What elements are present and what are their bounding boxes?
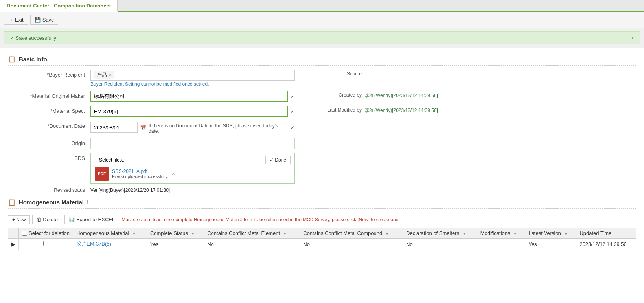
buyer-recipient-row: *Buyer Recipient 产品 × Buyer Recipient Se… [12, 70, 632, 87]
homogeneous-header: 📋 Homogeneous Material ℹ [8, 198, 636, 206]
last-modified-value: 李红(Wendy)[2023/12/12 14:39:56] [365, 107, 438, 114]
material-maker-check-icon: ✓ [290, 93, 295, 99]
origin-input[interactable] [90, 138, 295, 149]
save-button[interactable]: 💾 Save [30, 15, 59, 25]
material-spec-check-icon: ✓ [290, 108, 295, 114]
hm-new-button[interactable]: + New [8, 215, 30, 224]
homogeneous-divider [8, 208, 636, 209]
source-row: Source [311, 71, 468, 77]
th-conflict-metal: Contains Conflict Metal Element ▼ [204, 228, 300, 239]
toolbar: → Exit 💾 Save [0, 12, 644, 28]
conflict-metal-filter-icon[interactable]: ▼ [283, 231, 287, 236]
basic-info-title: Basic Info. [19, 56, 49, 62]
basic-info-icon: 📋 [8, 55, 16, 63]
modifications-filter-icon[interactable]: ▼ [513, 231, 517, 236]
homogeneous-icon: 📋 [8, 198, 16, 206]
buyer-recipient-hint: Buyer Recipient Setting cannot be modifi… [90, 81, 295, 87]
right-info-modified: Last Modified by 李红(Wendy)[2023/12/12 14… [311, 106, 468, 114]
latest-version-filter-icon[interactable]: ▼ [564, 231, 568, 236]
th-updated-time: Updated Time [576, 228, 636, 239]
declaration-smelters-filter-icon[interactable]: ▼ [462, 231, 466, 236]
material-maker-field: ✓ [90, 91, 295, 102]
th-complete-status: Complete Status ▼ [147, 228, 204, 239]
th-expand [8, 228, 19, 239]
sds-filename[interactable]: SDS-2021_A.pdf [112, 169, 168, 174]
hm-name-filter-icon[interactable]: ▼ [132, 231, 136, 236]
hm-delete-button[interactable]: 🗑 Delete [32, 215, 62, 224]
buyer-recipient-field: 产品 × Buyer Recipient Setting cannot be m… [90, 70, 295, 87]
main-content: 📋 Basic Info. *Buyer Recipient 产品 × Buye… [0, 48, 644, 303]
sds-success-message: File(s) uploaded successfully. [112, 174, 168, 179]
material-spec-row: *Material Spec. ✓ Last Modified by 李红(We… [12, 106, 632, 117]
select-files-button[interactable]: Select files... [95, 156, 130, 164]
document-date-row: *Document Date 📅 If there is no Document… [12, 121, 632, 134]
alert-close[interactable]: × [631, 35, 634, 41]
homogeneous-section: 📋 Homogeneous Material ℹ + New 🗑 Delete … [8, 198, 636, 250]
sds-area: Select files... ✓ Done PDF SDS-2021_A.pd… [90, 153, 295, 184]
row-expand[interactable]: ▶ [8, 239, 19, 250]
hm-notice: Must create at least one complete Homoge… [121, 217, 399, 222]
alert-message: ✓ Save successfully [10, 35, 56, 41]
material-spec-field: ✓ [90, 106, 295, 117]
sds-row: SDS Select files... ✓ Done PDF SDS-2021_… [12, 153, 632, 184]
tab-composition-datasheet[interactable]: Document Center - Composition Datasheet [0, 0, 118, 12]
row-conflict-metal: No [204, 239, 300, 250]
row-checkbox[interactable] [43, 241, 48, 246]
row-updated-time: 2023/12/12 14:39:56 [576, 239, 636, 250]
alert-success: ✓ Save successfully × [4, 31, 640, 44]
select-all-checkbox[interactable] [22, 231, 27, 236]
table-row: ▶ 胶片EM-37B(5) Yes No No No Yes 2023/12/1… [8, 239, 636, 250]
source-label: Source [311, 71, 362, 77]
tag-close-icon[interactable]: × [109, 72, 112, 78]
origin-label: Origin [12, 138, 90, 146]
document-date-hint: If there is no Document Date in the SDS,… [149, 121, 288, 134]
table-header-row: Select for deletion Homogeneous Material… [8, 228, 636, 239]
hm-name-link[interactable]: 胶片EM-37B(5) [76, 241, 111, 247]
th-latest-version: Latest Version ▼ [525, 228, 576, 239]
conflict-compound-filter-icon[interactable]: ▼ [385, 231, 389, 236]
right-info-created: Created by 李红(Wendy)[2023/12/12 14:39:56… [311, 91, 468, 99]
complete-status-filter-icon[interactable]: ▼ [191, 231, 195, 236]
th-conflict-compound: Contains Conflict Metal Compound ▼ [300, 228, 403, 239]
basic-info-divider [8, 65, 636, 66]
th-declaration-smelters: Declaration of Smelters ▼ [403, 228, 477, 239]
right-info-source: Source [311, 70, 468, 77]
sds-field: Select files... ✓ Done PDF SDS-2021_A.pd… [90, 153, 295, 184]
form-area: *Buyer Recipient 产品 × Buyer Recipient Se… [8, 70, 636, 193]
material-maker-label: *Material Original Maker [12, 91, 90, 99]
delete-icon: 🗑 [37, 217, 42, 222]
revised-status-label: Revised status [12, 187, 90, 193]
document-date-check-icon: ✓ [290, 124, 295, 130]
document-date-input[interactable] [90, 122, 138, 133]
pdf-icon: PDF [95, 167, 109, 181]
material-maker-input-wrap: ✓ [90, 91, 295, 102]
hm-export-button[interactable]: 📊 Export to EXCEL [64, 215, 119, 224]
row-modifications [477, 239, 525, 250]
revised-status-value: Verifying(Buyer)[2023/12/20 17:01:30] [90, 187, 170, 193]
hm-toolbar: + New 🗑 Delete 📊 Export to EXCEL Must cr… [8, 213, 636, 226]
material-maker-row: *Material Original Maker ✓ Created by 李红… [12, 91, 632, 102]
material-maker-input[interactable] [90, 91, 288, 102]
exit-button[interactable]: → Exit [4, 15, 28, 25]
created-by-row: Created by 李红(Wendy)[2023/12/12 14:39:56… [311, 92, 468, 99]
material-spec-label: *Material Spec. [12, 106, 90, 114]
tab-bar: Document Center - Composition Datasheet [0, 0, 644, 12]
calendar-icon[interactable]: 📅 [140, 125, 146, 130]
row-declaration-smelters: No [403, 239, 477, 250]
exit-icon: → [8, 17, 13, 23]
row-complete-status: Yes [147, 239, 204, 250]
buyer-recipient-input[interactable]: 产品 × [90, 70, 295, 81]
buyer-recipient-tag: 产品 × [94, 71, 114, 79]
revised-status-row: Revised status Verifying(Buyer)[2023/12/… [12, 187, 632, 193]
row-conflict-compound: No [300, 239, 403, 250]
sds-remove-icon[interactable]: × [171, 171, 175, 177]
th-hm-name: Homogeneous Material ▼ [73, 228, 147, 239]
hm-table: Select for deletion Homogeneous Material… [8, 228, 636, 250]
sds-done-button[interactable]: ✓ Done [265, 156, 291, 164]
homogeneous-info-icon: ℹ [87, 199, 89, 205]
document-date-field: 📅 If there is no Document Date in the SD… [90, 121, 295, 134]
material-spec-input-wrap: ✓ [90, 106, 295, 117]
buyer-recipient-label: *Buyer Recipient [12, 70, 90, 78]
sds-label: SDS [12, 153, 90, 161]
material-spec-input[interactable] [90, 106, 288, 117]
